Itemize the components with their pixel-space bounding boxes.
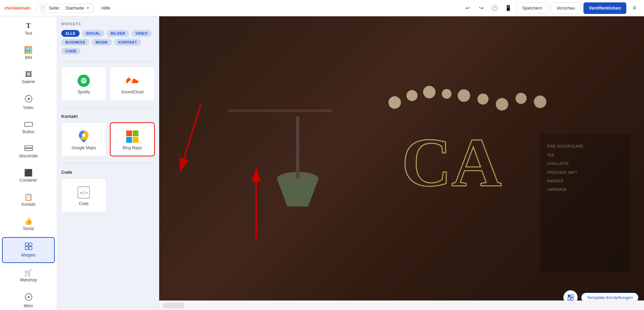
svg-rect-39 [571, 295, 573, 297]
page-selector[interactable]: 📄 Seite: Startseite ▼ [36, 4, 94, 13]
bing-maps-icon [126, 130, 138, 143]
sidebar-item-social[interactable]: 👍 Social [2, 213, 55, 236]
code-widget-grid: </> Code [61, 178, 155, 212]
webshop-icon: 🛒 [24, 269, 33, 276]
sidebar-item-button-label: Button [22, 129, 34, 134]
sidebar-item-video[interactable]: Video [2, 90, 55, 115]
sidebar-item-text-label: Text [24, 31, 32, 36]
svg-rect-41 [571, 298, 573, 300]
topbar: checkdomain 📄 Seite: Startseite ▼ Hilfe … [0, 0, 644, 16]
svg-rect-16 [229, 109, 332, 112]
svg-rect-4 [24, 149, 33, 151]
widget-card-code[interactable]: </> Code [61, 178, 106, 212]
sidebar-item-webshop[interactable]: 🛒 Webshop [2, 264, 55, 287]
filter-alle[interactable]: ALLE [61, 30, 80, 37]
sidebar-item-kontakt-label: Kontakt [21, 202, 35, 207]
svg-point-23 [477, 93, 489, 105]
filter-kontakt[interactable]: KONTAKT [114, 39, 141, 46]
widget-bing-maps-label: Bing Maps [122, 145, 142, 150]
page-icon: 📄 [40, 5, 46, 11]
svg-rect-14 [296, 117, 299, 179]
svg-rect-38 [568, 295, 570, 297]
save-button[interactable]: Speichern [516, 2, 548, 14]
canvas-footer [159, 300, 644, 310]
spotify-icon [78, 75, 90, 87]
svg-marker-1 [28, 97, 30, 100]
filter-musik[interactable]: MUSIK [92, 39, 112, 46]
widget-code-label: Code [79, 201, 89, 206]
sidebar-item-container-label: Container [19, 178, 37, 183]
soundcloud-icon [126, 75, 138, 87]
kontakt-section-label: Kontakt [61, 114, 155, 119]
undo-button[interactable]: ↩ [462, 3, 473, 14]
svg-text:WASSER: WASSER [547, 179, 563, 183]
sidebar-item-abschnitte[interactable]: Abschnitte [2, 140, 55, 163]
menu-button[interactable]: ≡ [629, 3, 640, 14]
svg-point-21 [442, 89, 452, 99]
sidebar-item-widgets[interactable]: Widgets [2, 237, 55, 263]
button-icon [24, 121, 33, 128]
preview-button[interactable]: Vorschau [551, 2, 581, 14]
sidebar-item-video-label: Video [23, 105, 33, 110]
filter-video[interactable]: VIDEO [131, 30, 152, 37]
page-name: Startseite [65, 5, 84, 11]
sidebar-item-bild[interactable]: 🖼️ Bild [2, 42, 55, 65]
widget-card-spotify[interactable]: Spotify [61, 66, 106, 100]
contact-icon: 📋 [24, 193, 33, 200]
code-icon: </> [78, 186, 90, 199]
sidebar-item-kontakt[interactable]: 📋 Kontakt [2, 189, 55, 212]
svg-rect-2 [24, 122, 33, 126]
code-section-label: Code [61, 170, 155, 175]
filter-code[interactable]: CODE [61, 48, 81, 55]
container-icon: ⬛ [24, 169, 33, 176]
device-preview-button[interactable]: 📱 [503, 3, 514, 14]
history-button[interactable]: 🕐 [489, 3, 500, 14]
social-icon: 👍 [24, 218, 33, 224]
video-icon [25, 95, 32, 104]
sidebar-item-text[interactable]: T Text [2, 17, 55, 41]
svg-point-11 [82, 134, 85, 137]
divider-1 [61, 61, 155, 62]
svg-text:FRISCHER SAFT: FRISCHER SAFT [547, 170, 577, 174]
main-area: T Text 🖼️ Bild 🖼 Galerie Video [0, 16, 644, 310]
footer-placeholder [163, 303, 184, 308]
svg-point-18 [389, 96, 401, 109]
panel-collapse-handle[interactable]: ‹ [156, 157, 159, 169]
widget-card-google-maps[interactable]: Google Maps [61, 122, 106, 156]
kontakt-widget-grid: Google Maps Bing Maps [61, 122, 155, 156]
widget-soundcloud-label: SoundCloud [121, 90, 144, 94]
sidebar: T Text 🖼️ Bild 🖼 Galerie Video [0, 16, 57, 310]
svg-rect-7 [25, 247, 28, 250]
logo-check: check [4, 5, 16, 11]
musik-widget-grid: Spotify SoundCloud [61, 66, 155, 100]
logo: checkdomain [4, 5, 31, 11]
sidebar-item-mehr[interactable]: Mehr [2, 289, 55, 310]
svg-text:EINE SCHOKOLADE: EINE SCHOKOLADE [547, 144, 583, 148]
publish-button[interactable]: Veröffentlichen [583, 2, 626, 14]
divider-2 [61, 107, 155, 108]
sidebar-item-bild-label: Bild [25, 55, 32, 60]
filter-business[interactable]: BUSINESS [61, 39, 89, 46]
widget-card-bing-maps[interactable]: Bing Maps [110, 122, 155, 156]
sidebar-item-container[interactable]: ⬛ Container [2, 165, 55, 187]
redo-button[interactable]: ↪ [476, 3, 486, 14]
filter-bilder[interactable]: BILDER [106, 30, 129, 37]
chevron-down-icon: ▼ [86, 6, 89, 10]
sidebar-item-widgets-label: Widgets [21, 253, 36, 258]
google-maps-icon [78, 130, 90, 143]
svg-text:TEE: TEE [547, 153, 555, 157]
sidebar-item-button[interactable]: Button [2, 116, 55, 139]
sidebar-item-mehr-label: Mehr [24, 304, 33, 308]
svg-point-24 [496, 98, 508, 111]
filter-social[interactable]: SOCIAL [82, 30, 104, 37]
help-link[interactable]: Hilfe [101, 5, 110, 11]
sidebar-item-galerie[interactable]: 🖼 Galerie [2, 66, 55, 89]
widget-google-maps-label: Google Maps [72, 145, 96, 150]
widget-card-soundcloud[interactable]: SoundCloud [110, 66, 155, 100]
svg-rect-8 [29, 247, 32, 250]
svg-rect-3 [24, 146, 33, 148]
divider-3 [61, 163, 155, 164]
svg-text:CA: CA [402, 124, 502, 201]
widgets-panel-title: WIDGETS [61, 22, 155, 26]
logo-domain: domain [16, 5, 30, 11]
